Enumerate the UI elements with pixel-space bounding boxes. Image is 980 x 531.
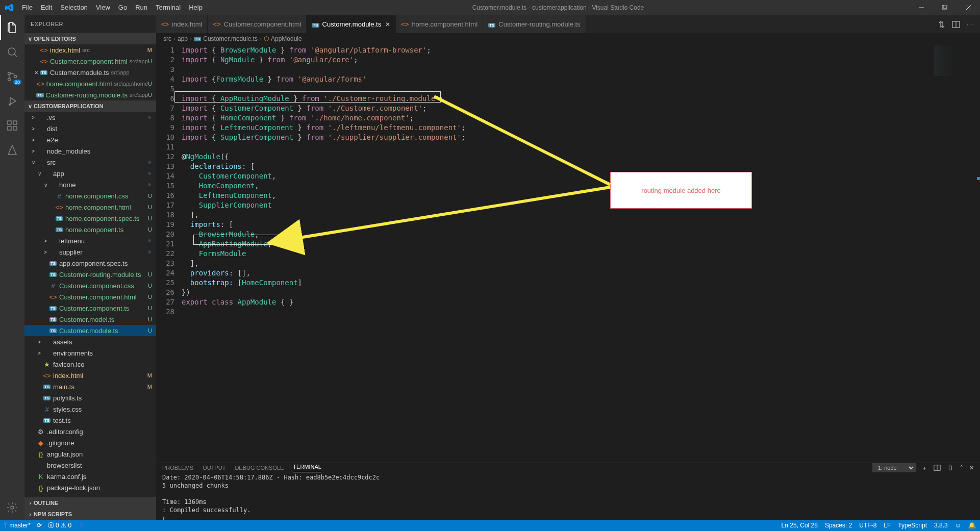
tree-item[interactable]: ∨src: [24, 157, 156, 168]
minimize-button[interactable]: [910, 0, 933, 15]
sync-icon[interactable]: ⟳: [37, 522, 42, 529]
tree-item[interactable]: {}package-lock.json: [24, 482, 156, 493]
explorer-icon[interactable]: [0, 15, 24, 40]
editor-tab[interactable]: TSCustomer.module.ts✕: [307, 15, 396, 33]
tree-item[interactable]: TShome.component.spec.tsU: [24, 213, 156, 224]
tree-item[interactable]: >supplier: [24, 246, 156, 258]
notifications-icon[interactable]: 🔔: [968, 522, 976, 529]
breadcrumbs[interactable]: src› app› TS Customer.module.ts› ⬡ AppMo…: [156, 33, 980, 44]
tree-item[interactable]: >dist: [24, 123, 156, 134]
tree-item[interactable]: TStest.ts: [24, 415, 156, 426]
eol[interactable]: LF: [884, 522, 891, 529]
folder-header[interactable]: ∨CUSTOMERAPPLICATION: [24, 100, 156, 112]
status-bar: ᛘ master* ⟳ ⓧ 0 ⚠ 0 👤 Ln 25, Col 28 Spac…: [0, 520, 980, 531]
open-editor-item[interactable]: <>Customer.component.htmlsrc\appU: [24, 56, 156, 67]
menu-help[interactable]: Help: [185, 0, 207, 15]
terminal-output[interactable]: Date: 2020-04-06T14:58:17.886Z - Hash: e…: [156, 472, 980, 523]
tree-item[interactable]: TSCustomer.module.tsU: [24, 325, 156, 336]
panel-tab-terminal[interactable]: TERMINAL: [293, 464, 321, 472]
tree-item[interactable]: ∨app: [24, 168, 156, 179]
settings-gear-icon[interactable]: [0, 495, 24, 520]
open-editors-header[interactable]: ∨OPEN EDITORS: [24, 33, 156, 44]
problems-indicator[interactable]: ⓧ 0 ⚠ 0: [48, 521, 71, 530]
code-content[interactable]: import { BrowserModule } from '@angular/…: [182, 44, 929, 463]
panel-tab-output[interactable]: OUTPUT: [203, 465, 225, 471]
feedback-icon[interactable]: ☺: [955, 522, 961, 529]
branch-indicator[interactable]: ᛘ master*: [4, 522, 31, 529]
language-mode[interactable]: TypeScript: [898, 522, 927, 529]
tree-item[interactable]: #home.component.cssU: [24, 190, 156, 201]
terminal-selector[interactable]: 1: node: [872, 463, 916, 472]
search-icon[interactable]: [0, 40, 24, 64]
close-icon[interactable]: ✕: [33, 70, 40, 75]
run-debug-icon[interactable]: [0, 89, 24, 113]
tree-item[interactable]: {}angular.json: [24, 448, 156, 460]
tree-item[interactable]: <>index.htmlM: [24, 370, 156, 381]
menu-view[interactable]: View: [92, 0, 114, 15]
split-terminal-icon[interactable]: [934, 464, 941, 471]
editor-tab[interactable]: <>index.html: [156, 15, 208, 33]
tree-item[interactable]: >.vs: [24, 112, 156, 123]
live-share-icon[interactable]: 👤: [78, 522, 85, 529]
tree-item[interactable]: ◆.gitignore: [24, 437, 156, 448]
editor-body[interactable]: 1234567891011121314151617181920212223242…: [156, 44, 980, 463]
tree-item[interactable]: >node_modules: [24, 145, 156, 157]
tree-item[interactable]: TSCustomer-routing.module.tsU: [24, 269, 156, 280]
editor-tab[interactable]: <>Customer.component.html: [208, 15, 307, 33]
tree-item[interactable]: TSapp.component.spec.ts: [24, 258, 156, 269]
tree-item[interactable]: ★favicon.ico: [24, 359, 156, 370]
source-control-icon[interactable]: 28: [0, 64, 24, 89]
menu-file[interactable]: File: [18, 0, 37, 15]
new-terminal-icon[interactable]: ＋: [922, 464, 927, 472]
split-editor-icon[interactable]: [952, 20, 960, 29]
tree-item[interactable]: browserslist: [24, 460, 156, 471]
encoding[interactable]: UTF-8: [859, 522, 876, 529]
open-editor-item[interactable]: TSCustomer-routing.module.tssrc\appU: [24, 89, 156, 100]
tree-item[interactable]: #Customer.component.cssU: [24, 280, 156, 291]
menu-go[interactable]: Go: [114, 0, 131, 15]
open-editor-item[interactable]: <>home.component.htmlsrc\app\homeU: [24, 78, 156, 89]
maximize-button[interactable]: [933, 0, 957, 15]
panel-tab-debug-console[interactable]: DEBUG CONSOLE: [235, 465, 284, 471]
tree-item[interactable]: TSCustomer.component.tsU: [24, 302, 156, 314]
tree-item[interactable]: <>Customer.component.htmlU: [24, 291, 156, 302]
azure-icon[interactable]: [0, 138, 24, 162]
compare-icon[interactable]: [938, 20, 946, 29]
tree-item[interactable]: TShome.component.tsU: [24, 224, 156, 235]
menu-edit[interactable]: Edit: [37, 0, 56, 15]
editor-tab[interactable]: <>home.component.html: [396, 15, 483, 33]
close-panel-icon[interactable]: ✕: [969, 465, 974, 471]
outline-header[interactable]: ›OUTLINE: [24, 497, 156, 509]
tree-item[interactable]: >assets: [24, 336, 156, 347]
indentation[interactable]: Spaces: 2: [825, 522, 852, 529]
ts-version[interactable]: 3.8.3: [934, 522, 948, 529]
more-icon[interactable]: ···: [966, 20, 975, 28]
tab-close-icon[interactable]: ✕: [385, 21, 390, 28]
tree-item[interactable]: >leftmenu: [24, 235, 156, 246]
npm-scripts-header[interactable]: ›NPM SCRIPTS: [24, 509, 156, 520]
editor-tab[interactable]: TSCustomer-routing.module.ts: [483, 15, 586, 33]
tree-item[interactable]: ∨home: [24, 179, 156, 190]
tree-item[interactable]: #styles.css: [24, 403, 156, 415]
open-editor-item[interactable]: <>index.htmlsrcM: [24, 44, 156, 56]
tree-item[interactable]: TSCustomer.model.tsU: [24, 314, 156, 325]
tree-item[interactable]: <>home.component.htmlU: [24, 201, 156, 213]
tree-item[interactable]: Kkarma.conf.js: [24, 471, 156, 482]
extensions-icon[interactable]: [0, 113, 24, 138]
panel-tab-problems[interactable]: PROBLEMS: [162, 465, 193, 471]
tree-item[interactable]: TSmain.tsM: [24, 381, 156, 392]
tree-item[interactable]: TSpolyfills.ts: [24, 392, 156, 403]
tree-item[interactable]: >environments: [24, 347, 156, 359]
editor-area: <>index.html<>Customer.component.htmlTSC…: [156, 15, 980, 520]
kill-terminal-icon[interactable]: [947, 464, 954, 471]
tree-item[interactable]: ⚙.editorconfig: [24, 426, 156, 437]
open-editor-item[interactable]: ✕TSCustomer.module.tssrc\app: [24, 67, 156, 78]
cursor-position[interactable]: Ln 25, Col 28: [782, 522, 818, 529]
minimap[interactable]: [929, 44, 980, 463]
close-button[interactable]: [957, 0, 980, 15]
menu-terminal[interactable]: Terminal: [152, 0, 185, 15]
maximize-panel-icon[interactable]: ˄: [960, 465, 963, 471]
tree-item[interactable]: >e2e: [24, 134, 156, 145]
menu-run[interactable]: Run: [131, 0, 152, 15]
menu-selection[interactable]: Selection: [56, 0, 91, 15]
